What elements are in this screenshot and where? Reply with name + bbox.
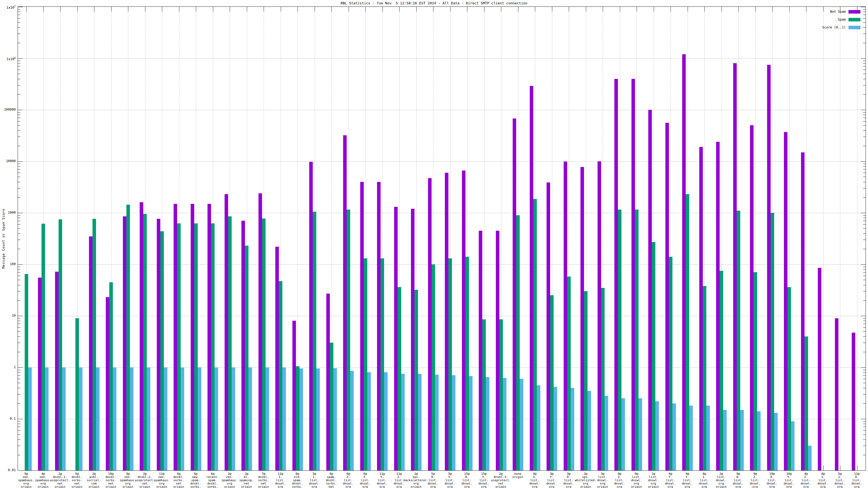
legend-label: Not Spam: [830, 10, 846, 13]
y-minor-tick: [18, 331, 20, 332]
bar-spam: [635, 209, 639, 470]
bar-score-0-1-: [537, 385, 540, 470]
bar-spam: [75, 318, 79, 470]
x-tick: [806, 7, 806, 12]
bar-score-0-1-: [164, 367, 167, 470]
y-minor-tick: [863, 182, 866, 182]
bar-not-spam: [428, 178, 432, 470]
bar-score-0-1-: [740, 410, 744, 470]
y-major-tick: [18, 213, 23, 213]
y-minor-tick: [18, 370, 20, 370]
y-minor-tick: [18, 321, 20, 321]
bar-score-0-1-: [79, 367, 83, 470]
x-tick: [450, 7, 451, 12]
x-tick: [654, 7, 654, 12]
y-minor-tick: [863, 318, 866, 319]
bar-spam: [211, 223, 215, 470]
y-minor-tick: [18, 427, 20, 427]
y-minor-tick: [18, 249, 20, 249]
y-minor-tick: [863, 146, 866, 146]
bar-spam: [686, 194, 689, 470]
x-tick: [823, 465, 824, 470]
x-tick: [671, 7, 671, 12]
bar-spam: [533, 199, 537, 470]
y-minor-tick: [18, 318, 20, 319]
legend-label: Score (0..1): [822, 26, 846, 29]
y-minor-tick: [863, 372, 866, 372]
bar-not-spam: [665, 123, 669, 470]
x-tick: [26, 7, 27, 12]
bar-spam: [313, 212, 316, 470]
bar-not-spam: [326, 294, 330, 470]
bar-not-spam: [191, 204, 194, 470]
bar-spam: [720, 271, 723, 470]
bar-not-spam: [852, 333, 855, 470]
bar-score-0-1-: [673, 403, 676, 470]
bar-not-spam: [614, 79, 618, 470]
x-tick: [399, 7, 400, 12]
y-minor-tick: [863, 74, 866, 74]
y-minor-tick: [18, 352, 20, 352]
bar-spam: [550, 295, 554, 470]
y-minor-tick: [18, 146, 20, 146]
y-major-tick: [861, 213, 866, 213]
y-minor-tick: [18, 300, 20, 301]
bar-score-0-1-: [791, 421, 795, 470]
y-minor-tick: [863, 221, 866, 221]
bar-not-spam: [89, 236, 93, 470]
bar-not-spam: [818, 268, 822, 470]
bar-score-0-1-: [62, 367, 66, 470]
bar-spam: [482, 319, 486, 470]
bar-score-0-1-: [588, 391, 591, 470]
bar-spam: [771, 213, 774, 470]
y-minor-tick: [18, 118, 20, 118]
bar-score-0-1-: [604, 396, 608, 470]
y-minor-tick: [18, 79, 20, 79]
x-gridline: [840, 7, 840, 470]
y-minor-tick: [863, 9, 866, 9]
y-tick-label: 10: [0, 314, 16, 317]
bar-spam: [126, 205, 130, 470]
y-minor-tick: [863, 233, 866, 234]
y-major-tick: [861, 419, 866, 419]
bar-spam: [194, 223, 198, 470]
bar-spam: [143, 214, 147, 470]
bar-spam: [59, 219, 62, 470]
bar-spam: [160, 231, 164, 470]
y-minor-tick: [18, 125, 20, 126]
bar-spam: [753, 272, 757, 470]
legend-entry: Spam: [838, 18, 860, 22]
bar-score-0-1-: [45, 367, 49, 470]
bar-spam: [245, 246, 248, 470]
y-major-tick: [18, 7, 23, 7]
bar-not-spam: [581, 167, 584, 470]
x-tick: [467, 7, 467, 12]
bar-not-spam: [462, 170, 465, 470]
x-tick: [772, 7, 773, 12]
bar-spam: [414, 290, 418, 470]
y-minor-tick: [863, 267, 866, 267]
y-minor-tick: [18, 34, 20, 34]
bar-not-spam: [513, 119, 516, 470]
y-minor-tick: [18, 446, 20, 446]
bar-score-0-1-: [28, 367, 32, 470]
bar-not-spam: [394, 207, 398, 470]
bar-score-0-1-: [706, 405, 710, 470]
x-tick: [603, 7, 603, 12]
y-minor-tick: [18, 43, 20, 43]
bar-score-0-1-: [231, 367, 235, 470]
x-tick: [77, 7, 78, 12]
y-minor-tick: [18, 27, 20, 28]
y-minor-tick: [863, 228, 866, 229]
chart-title: RBL Statistics - Tue Nov 5 12:58:26 EST …: [0, 1, 868, 5]
bar-score-0-1-: [452, 375, 456, 470]
bar-spam: [398, 287, 401, 470]
y-minor-tick: [18, 372, 20, 372]
y-major-tick: [861, 58, 866, 59]
y-minor-tick: [18, 14, 20, 15]
bar-not-spam: [38, 278, 41, 470]
y-minor-tick: [18, 269, 20, 269]
bar-score-0-1-: [621, 398, 625, 470]
y-minor-tick: [863, 197, 866, 198]
y-minor-tick: [18, 267, 20, 267]
